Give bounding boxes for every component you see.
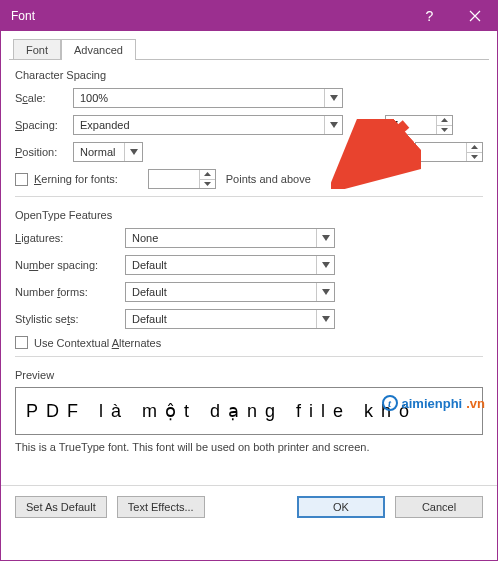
- group-heading: Character Spacing: [15, 69, 483, 81]
- set-as-default-button[interactable]: Set As Default: [15, 496, 107, 518]
- spin-down-icon[interactable]: [437, 125, 452, 135]
- chevron-down-icon: [316, 310, 334, 328]
- group-heading: OpenType Features: [15, 209, 483, 221]
- spin-up-icon[interactable]: [200, 170, 215, 179]
- number-forms-combo[interactable]: Default: [125, 282, 335, 302]
- kerning-spinner[interactable]: [148, 169, 216, 189]
- preview-description: This is a TrueType font. This font will …: [15, 441, 483, 453]
- spin-up-icon[interactable]: [437, 116, 452, 125]
- position-label: Position:: [15, 146, 73, 158]
- number-spacing-label: Number spacing:: [15, 259, 125, 271]
- spacing-combo[interactable]: Expanded: [73, 115, 343, 135]
- group-preview: Preview PDF là một dạng file khó This is…: [15, 369, 483, 453]
- dialog-footer: Set As Default Text Effects... OK Cancel: [1, 496, 497, 532]
- number-forms-label: Number forms:: [15, 286, 125, 298]
- scale-label: Scale:: [15, 92, 73, 104]
- position-by-label: By:: [383, 146, 409, 158]
- cancel-button[interactable]: Cancel: [395, 496, 483, 518]
- kerning-checkbox[interactable]: [15, 173, 28, 186]
- watermark: t aimienphi.vn: [382, 395, 485, 411]
- stylistic-sets-combo[interactable]: Default: [125, 309, 335, 329]
- dialog-title: Font: [11, 9, 407, 23]
- number-spacing-combo[interactable]: Default: [125, 255, 335, 275]
- tab-strip: Font Advanced: [13, 39, 497, 60]
- stylistic-sets-label: Stylistic sets:: [15, 313, 125, 325]
- spin-up-icon[interactable]: [467, 143, 482, 152]
- tab-advanced[interactable]: Advanced: [61, 39, 136, 60]
- ok-button[interactable]: OK: [297, 496, 385, 518]
- chevron-down-icon: [124, 143, 142, 161]
- group-heading: Preview: [15, 369, 483, 381]
- font-dialog: Font ? Font Advanced Character Spacing S…: [0, 0, 498, 561]
- tab-font[interactable]: Font: [13, 39, 61, 60]
- ligatures-combo[interactable]: None: [125, 228, 335, 248]
- contextual-alternates-label: Use Contextual Alternates: [34, 337, 161, 349]
- chevron-down-icon: [316, 283, 334, 301]
- close-button[interactable]: [452, 1, 497, 31]
- group-opentype: OpenType Features Ligatures: None Number…: [15, 209, 483, 357]
- watermark-icon: t: [382, 395, 398, 411]
- footer-divider: [1, 485, 497, 486]
- chevron-down-icon: [324, 89, 342, 107]
- chevron-down-icon: [316, 256, 334, 274]
- contextual-alternates-checkbox[interactable]: [15, 336, 28, 349]
- titlebar: Font ?: [1, 1, 497, 31]
- spacing-label: Spacing:: [15, 119, 73, 131]
- close-icon: [469, 10, 481, 22]
- kerning-label: Kerning for fonts:: [34, 173, 118, 185]
- scale-combo[interactable]: 100%: [73, 88, 343, 108]
- spacing-by-label: By:: [353, 119, 379, 131]
- spacing-by-spinner[interactable]: 7: [385, 115, 453, 135]
- chevron-down-icon: [324, 116, 342, 134]
- help-button[interactable]: ?: [407, 1, 452, 31]
- position-combo[interactable]: Normal: [73, 142, 143, 162]
- position-by-spinner[interactable]: [415, 142, 483, 162]
- spin-down-icon[interactable]: [467, 152, 482, 162]
- text-effects-button[interactable]: Text Effects...: [117, 496, 205, 518]
- ligatures-label: Ligatures:: [15, 232, 125, 244]
- chevron-down-icon: [316, 229, 334, 247]
- kerning-suffix: Points and above: [226, 173, 311, 185]
- group-character-spacing: Character Spacing Scale: 100% Spacing: E…: [15, 69, 483, 197]
- spin-down-icon[interactable]: [200, 179, 215, 189]
